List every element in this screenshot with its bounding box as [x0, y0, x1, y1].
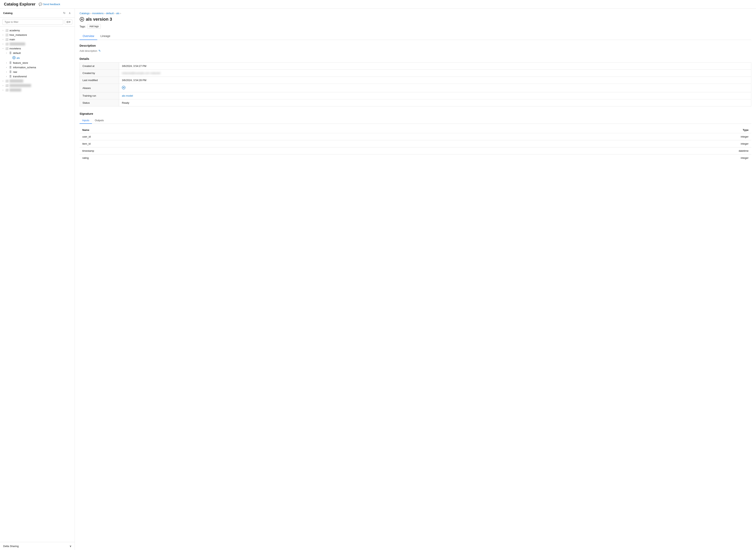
sig-name-item-id: item_id: [80, 140, 436, 147]
tree-item-information-schema[interactable]: › 🗄 information_schema: [0, 65, 75, 70]
page-title-row: als version 3: [80, 17, 751, 22]
table-row: Training run als-model: [80, 92, 751, 99]
table-row: Last modified 3/6/2024, 3:54:28 PM: [80, 77, 751, 84]
table-row: Aliases: [80, 84, 751, 92]
signature-tabs: Inputs Outputs: [80, 117, 751, 124]
table-row: timestamp datetime: [80, 147, 751, 155]
tree-item-main[interactable]: › ⬜ main: [0, 37, 75, 42]
sig-type-user-id: integer: [436, 133, 751, 140]
sig-type-item-id: integer: [436, 140, 751, 147]
breadcrumb-default[interactable]: default: [106, 12, 114, 15]
detail-key-training-run: Training run: [80, 92, 119, 99]
chevron-icon: ›: [2, 84, 4, 87]
chevron-icon: ›: [5, 66, 8, 69]
detail-value-training-run: als-model: [119, 92, 751, 99]
sig-tab-inputs[interactable]: Inputs: [80, 117, 92, 124]
page-title: als version 3: [86, 17, 112, 22]
delta-sharing-section[interactable]: Delta Sharing ∨: [0, 542, 75, 550]
sidebar-header: Catalog ↻ ∧: [0, 9, 75, 18]
add-description-row: Add description ✎: [80, 49, 751, 52]
chevron-icon: ›: [2, 80, 4, 82]
tags-row: Tags: Add tags: [80, 24, 751, 29]
filter-chevron-icon: ▾: [69, 20, 70, 23]
sidebar-title: Catalog: [3, 12, 13, 15]
tab-lineage[interactable]: Lineage: [97, 32, 113, 40]
chevron-down-icon: ›: [2, 47, 4, 50]
chevron-icon: ›: [2, 38, 4, 41]
chevron-down-icon: ∨: [69, 544, 71, 548]
tree-item-label: academy: [9, 29, 20, 32]
tree-item-academy[interactable]: › ⬜ academy: [0, 28, 75, 33]
sig-tab-outputs[interactable]: Outputs: [92, 117, 107, 124]
detail-key-created-by: Created by: [80, 70, 119, 77]
edit-icon[interactable]: ✎: [98, 49, 101, 52]
tree-item-blurred4[interactable]: › ⬜: [0, 88, 75, 92]
tree-item-label: hive_metastore: [9, 33, 27, 36]
tree-item-raw[interactable]: › 🗄 raw: [0, 70, 75, 74]
breadcrumb-sep-1: ›: [90, 12, 91, 15]
breadcrumb-als[interactable]: als: [116, 12, 120, 15]
sig-type-rating: integer: [436, 155, 751, 162]
sig-name-timestamp: timestamp: [80, 147, 436, 155]
filter-options-button[interactable]: ⊟ ▾: [65, 19, 72, 25]
tree-item-label: movielens: [9, 47, 21, 50]
catalog-icon: ⬜: [5, 33, 9, 36]
tree-item-movielens[interactable]: › ⬜ movielens: [0, 46, 75, 51]
detail-key-created-at: Created at: [80, 63, 119, 70]
tree-item-label: [9, 80, 23, 83]
delta-sharing-label: Delta Sharing: [3, 545, 19, 548]
details-section: Details Created at 3/6/2024, 3:54:27 PM …: [80, 57, 751, 107]
alias-icon: [122, 87, 125, 90]
tree-item-label: als: [17, 57, 20, 59]
description-section: Description Add description ✎: [80, 44, 751, 52]
filter-row: ⊟ ▾: [0, 18, 75, 27]
add-tags-button[interactable]: Add tags: [87, 24, 101, 29]
catalog-icon: ⬜: [5, 38, 9, 41]
catalog-icon: ⬜: [5, 47, 9, 50]
chevron-icon: ›: [2, 43, 4, 45]
refresh-button[interactable]: ↻: [62, 11, 66, 15]
tree-item-default[interactable]: › 🗄 default: [0, 51, 75, 55]
detail-value-created-at: 3/6/2024, 3:54:27 PM: [119, 63, 751, 70]
tree-item-label: information_schema: [13, 66, 36, 69]
schema-icon: 🗄: [9, 70, 12, 73]
detail-value-aliases: [119, 84, 751, 92]
app-header: Catalog Explorer 💬 Send feedback: [0, 0, 756, 9]
signature-table: Name Type user_id integer item_id intege…: [80, 127, 751, 161]
tree-item-als[interactable]: › als: [0, 55, 75, 61]
send-feedback-link[interactable]: 💬 Send feedback: [39, 3, 60, 6]
tree-item-label: [9, 84, 31, 87]
tree-item-blurred3[interactable]: › ⬜: [0, 83, 75, 88]
breadcrumb-movielens[interactable]: movielens: [92, 12, 104, 15]
tree-item-label: feature_store: [13, 61, 28, 64]
breadcrumb: Catalogs › movielens › default › als ›: [80, 12, 751, 15]
table-row: Created by redacted@example.com redacted: [80, 70, 751, 77]
chevron-down-icon: ›: [6, 52, 8, 55]
catalog-icon: ⬜: [5, 84, 9, 87]
detail-value-last-modified: 3/6/2024, 3:54:28 PM: [119, 77, 751, 84]
model-version-icon: [12, 56, 16, 60]
detail-key-last-modified: Last modified: [80, 77, 119, 84]
chevron-icon: ›: [5, 75, 8, 78]
details-table: Created at 3/6/2024, 3:54:27 PM Created …: [80, 62, 751, 107]
tree-item-feature-store[interactable]: › 🗄 feature_store: [0, 61, 75, 65]
tree-item-label: default: [13, 52, 21, 55]
breadcrumb-catalogs[interactable]: Catalogs: [80, 12, 90, 15]
app-title: Catalog Explorer: [4, 2, 35, 6]
catalog-icon: ⬜: [5, 80, 9, 83]
tree-item-blurred2[interactable]: › ⬜: [0, 79, 75, 83]
detail-key-aliases: Aliases: [80, 84, 119, 92]
col-header-name: Name: [80, 127, 436, 133]
catalog-tree: › ⬜ academy › ⬜ hive_metastore › ⬜ main …: [0, 27, 75, 542]
collapse-button[interactable]: ∧: [68, 11, 71, 15]
tab-overview[interactable]: Overview: [80, 32, 97, 40]
detail-value-created-by: redacted@example.com redacted: [119, 70, 751, 77]
filter-input[interactable]: [2, 19, 63, 25]
breadcrumb-sep-4: ›: [120, 12, 121, 15]
table-row: item_id integer: [80, 140, 751, 147]
tree-item-hive-metastore[interactable]: › ⬜ hive_metastore: [0, 33, 75, 37]
tree-item-transforemd[interactable]: › 🗄 transforemd: [0, 74, 75, 79]
tree-item-label: transforemd: [13, 75, 27, 78]
training-run-link[interactable]: als-model: [122, 94, 133, 97]
tree-item-blurred1[interactable]: › ⬜: [0, 42, 75, 46]
